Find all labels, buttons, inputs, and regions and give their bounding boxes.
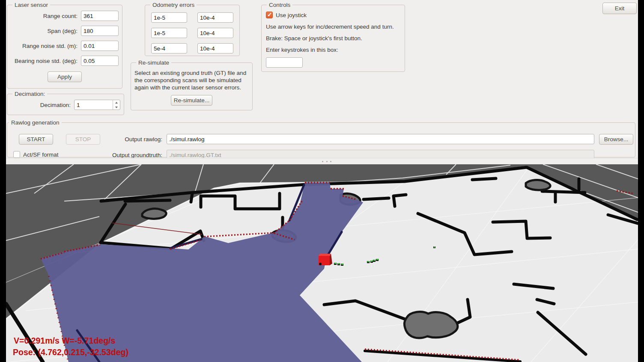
controls-title: Controls (267, 2, 292, 8)
resimulate-title: Re-simulate (136, 59, 171, 66)
decimation-label: Decimation: (11, 102, 74, 108)
controls-instruction-2: Brake: Space or joystick's first button. (266, 35, 401, 42)
span-deg-label: Span (deg): (11, 28, 81, 34)
splitter-grip-icon (322, 161, 331, 162)
decimation-group: Decimation: Decimation: (7, 91, 124, 115)
resimulate-description: Select an existing ground truth (GT) fil… (134, 69, 249, 91)
actsf-format-checkbox[interactable] (13, 151, 20, 158)
span-deg-input[interactable] (81, 26, 119, 36)
odometry-error-input-5[interactable] (151, 43, 187, 53)
viewport-3d[interactable]: V=0.291m/s W=-5.71deg/s Pose: (4.762,0.2… (6, 164, 638, 362)
range-count-input[interactable] (81, 11, 119, 21)
range-count-label: Range count: (11, 13, 81, 19)
odometry-error-input-4[interactable] (197, 28, 233, 38)
resimulate-group: Re-simulate Select an existing ground tr… (131, 59, 253, 110)
bearing-noise-input[interactable] (81, 56, 119, 66)
spinner-down-button[interactable] (113, 105, 120, 110)
laser-sensor-group: Laser sensor Range count: Span (deg): Ra… (7, 2, 122, 89)
controls-instruction-3: Enter keystrokes in this box: (266, 47, 401, 53)
keystroke-input[interactable] (266, 57, 303, 68)
browse-button[interactable]: Browse... (599, 134, 633, 145)
odometry-errors-title: Odometry errors (150, 2, 197, 8)
hud-velocity-text: V=0.291m/s W=-5.71deg/s (14, 336, 116, 345)
resimulate-button[interactable]: Re-simulate... (171, 95, 212, 106)
use-joystick-checkbox[interactable] (266, 12, 273, 18)
odometry-error-input-3[interactable] (151, 28, 187, 38)
odometry-error-input-2[interactable] (197, 12, 233, 23)
screen-edge-left (0, 0, 6, 362)
spinner-up-button[interactable] (113, 100, 120, 105)
apply-button[interactable]: Apply (48, 71, 82, 82)
range-noise-input[interactable] (81, 41, 119, 51)
odometry-errors-group: Odometry errors (145, 2, 240, 56)
exit-button[interactable]: Exit (602, 3, 637, 14)
rawlog-generation-group: Rawlog generation START STOP Output rawl… (7, 119, 635, 157)
decimation-group-title: Decimation: (12, 91, 47, 97)
odometry-error-input-1[interactable] (151, 12, 187, 23)
obstacle-blob (404, 312, 457, 338)
robot-wheel (319, 263, 322, 265)
stop-button[interactable]: STOP (66, 134, 100, 145)
output-rawlog-input[interactable] (167, 134, 594, 144)
hud-pose-text: Pose: (4.762,0.215,-32.53deg) (13, 347, 128, 357)
odometry-error-input-6[interactable] (197, 43, 233, 53)
rawlog-generation-title: Rawlog generation (9, 119, 62, 126)
bearing-noise-label: Bearing noise std. (deg): (11, 58, 81, 64)
viewport-splitter[interactable] (6, 158, 638, 164)
laser-sensor-title: Laser sensor (12, 2, 50, 8)
output-rawlog-label: Output rawlog: (109, 136, 162, 142)
start-button[interactable]: START (19, 134, 53, 145)
controls-instruction-1: Use arrow keys for inc/decrement speed a… (266, 24, 401, 30)
robot (319, 254, 332, 265)
use-joystick-label: Use joystick (276, 12, 307, 18)
actsf-format-label: Act/SF format (23, 151, 59, 158)
range-noise-label: Range noise std. (m): (11, 43, 81, 49)
controls-group: Controls Use joystick Use arrow keys for… (261, 2, 405, 72)
screen-edge-right (638, 0, 644, 362)
obstacle-blob (526, 180, 550, 190)
output-groundtruth-label: Output groundtruth: (105, 152, 162, 158)
obstacle-blob (142, 209, 166, 219)
